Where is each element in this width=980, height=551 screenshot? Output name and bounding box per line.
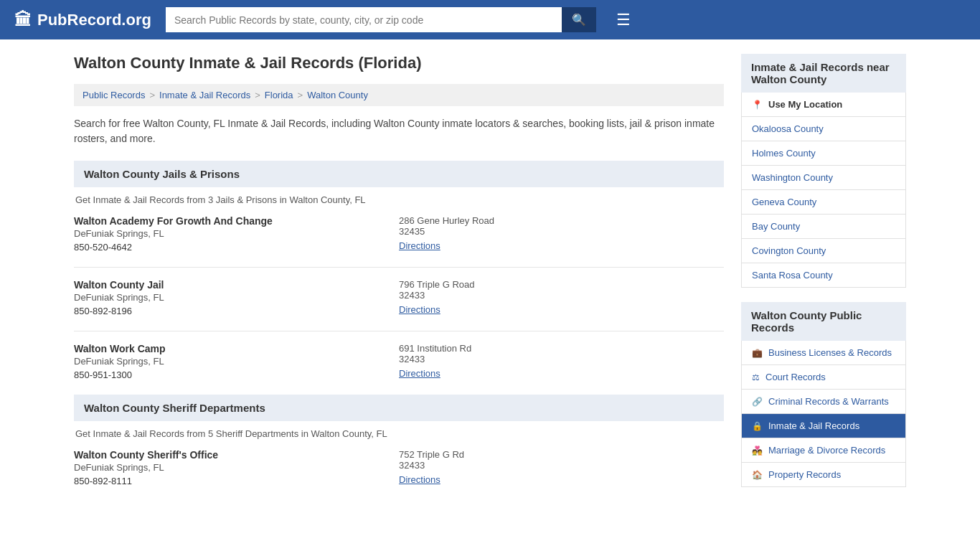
logo[interactable]: 🏛 PubRecord.org bbox=[14, 10, 151, 30]
property-icon bbox=[752, 469, 763, 480]
facility-1-street: 286 Gene Hurley Road bbox=[399, 215, 724, 226]
main-container: Walton County Inmate & Jail Records (Flo… bbox=[60, 39, 920, 516]
site-header: 🏛 PubRecord.org 🔍 ☰ bbox=[0, 0, 980, 39]
facility-2-directions[interactable]: Directions bbox=[399, 304, 440, 315]
facility-1: Walton Academy For Growth And Change DeF… bbox=[74, 215, 724, 253]
breadcrumb-sep-1: > bbox=[149, 90, 155, 100]
sheriff-facility-1-phone: 850-892-8111 bbox=[74, 476, 399, 486]
sheriff-facility-1-directions[interactable]: Directions bbox=[399, 474, 440, 485]
jails-section-desc: Get Inmate & Jail Records from 3 Jails &… bbox=[74, 194, 724, 205]
sidebar-county-santa-rosa-label: Santa Rosa County bbox=[752, 270, 833, 281]
sidebar-county-okaloosa-label: Okaloosa County bbox=[752, 123, 824, 134]
sidebar-criminal-label: Criminal Records & Warrants bbox=[768, 396, 889, 407]
sidebar-item-business[interactable]: Business Licenses & Records bbox=[742, 341, 905, 365]
sidebar-inmate-label: Inmate & Jail Records bbox=[768, 420, 859, 431]
facility-3-phone: 850-951-1300 bbox=[74, 369, 399, 380]
search-icon: 🔍 bbox=[572, 14, 586, 26]
breadcrumb-public-records[interactable]: Public Records bbox=[83, 90, 145, 100]
sheriff-facility-1: Walton County Sheriff's Office DeFuniak … bbox=[74, 449, 724, 486]
breadcrumb: Public Records > Inmate & Jail Records >… bbox=[74, 84, 724, 106]
sidebar-county-bay-label: Bay County bbox=[752, 221, 800, 232]
sidebar-item-criminal[interactable]: Criminal Records & Warrants bbox=[742, 390, 905, 414]
sheriff-facility-1-name: Walton County Sheriff's Office bbox=[74, 449, 399, 461]
sidebar-item-holmes[interactable]: Holmes County bbox=[742, 141, 905, 166]
facility-2: Walton County Jail DeFuniak Springs, FL … bbox=[74, 279, 724, 316]
sidebar-marriage-label: Marriage & Divorce Records bbox=[768, 445, 885, 456]
search-button[interactable]: 🔍 bbox=[562, 7, 596, 32]
breadcrumb-sep-3: > bbox=[298, 90, 303, 100]
sidebar-item-okaloosa[interactable]: Okaloosa County bbox=[742, 117, 905, 141]
sidebar-item-property[interactable]: Property Records bbox=[742, 463, 905, 486]
marriage-icon bbox=[752, 445, 763, 456]
search-input[interactable] bbox=[166, 7, 562, 32]
facility-1-name: Walton Academy For Growth And Change bbox=[74, 215, 399, 227]
logo-icon: 🏛 bbox=[14, 10, 32, 30]
facility-3: Walton Work Camp DeFuniak Springs, FL 85… bbox=[74, 343, 724, 380]
briefcase-icon bbox=[752, 347, 763, 358]
facility-2-city: DeFuniak Springs, FL bbox=[74, 292, 399, 303]
lock-icon bbox=[752, 420, 763, 431]
facility-3-street: 691 Institution Rd bbox=[399, 343, 724, 354]
sidebar-county-holmes-label: Holmes County bbox=[752, 148, 816, 159]
facility-3-zip: 32433 bbox=[399, 354, 724, 364]
sidebar-public-records-title: Walton County Public Records bbox=[741, 302, 906, 341]
sheriff-section-header: Walton County Sheriff Departments bbox=[74, 395, 724, 421]
sidebar-use-location[interactable]: Use My Location bbox=[742, 93, 905, 117]
sidebar-court-label: Court Records bbox=[765, 372, 826, 382]
facility-2-street: 796 Triple G Road bbox=[399, 279, 724, 290]
breadcrumb-walton-county[interactable]: Walton County bbox=[307, 90, 368, 100]
breadcrumb-inmate-records[interactable]: Inmate & Jail Records bbox=[159, 90, 250, 100]
sidebar-item-covington[interactable]: Covington County bbox=[742, 239, 905, 263]
sidebar: Inmate & Jail Records near Walton County… bbox=[741, 54, 906, 501]
sidebar-item-court[interactable]: Court Records bbox=[742, 365, 905, 390]
breadcrumb-sep-2: > bbox=[255, 90, 260, 100]
sidebar-property-label: Property Records bbox=[768, 469, 841, 480]
menu-icon: ☰ bbox=[616, 11, 631, 29]
facility-1-city: DeFuniak Springs, FL bbox=[74, 228, 399, 239]
facility-1-directions[interactable]: Directions bbox=[399, 240, 440, 251]
use-location-label: Use My Location bbox=[768, 99, 842, 110]
breadcrumb-florida[interactable]: Florida bbox=[265, 90, 293, 100]
facility-2-name: Walton County Jail bbox=[74, 279, 399, 291]
sidebar-county-geneva-label: Geneva County bbox=[752, 197, 816, 207]
facility-2-zip: 32433 bbox=[399, 290, 724, 301]
menu-button[interactable]: ☰ bbox=[616, 11, 631, 29]
logo-text: PubRecord.org bbox=[37, 11, 151, 29]
sheriff-section-desc: Get Inmate & Jail Records from 5 Sheriff… bbox=[74, 428, 724, 439]
sidebar-business-label: Business Licenses & Records bbox=[768, 347, 892, 358]
facility-1-zip: 32435 bbox=[399, 226, 724, 237]
scales-icon bbox=[752, 372, 760, 382]
sidebar-item-inmate[interactable]: Inmate & Jail Records bbox=[742, 414, 905, 438]
search-bar: 🔍 bbox=[166, 7, 596, 32]
facility-3-directions[interactable]: Directions bbox=[399, 368, 440, 379]
sheriff-facility-1-zip: 32433 bbox=[399, 460, 724, 471]
sidebar-nearby-title: Inmate & Jail Records near Walton County bbox=[741, 54, 906, 93]
page-title: Walton County Inmate & Jail Records (Flo… bbox=[74, 54, 724, 72]
sidebar-item-geneva[interactable]: Geneva County bbox=[742, 190, 905, 215]
sidebar-county-washington-label: Washington County bbox=[752, 172, 833, 183]
sheriff-facility-1-city: DeFuniak Springs, FL bbox=[74, 462, 399, 473]
sidebar-nearby-list: Use My Location Okaloosa County Holmes C… bbox=[741, 93, 906, 288]
sidebar-item-marriage[interactable]: Marriage & Divorce Records bbox=[742, 438, 905, 463]
jails-section-header: Walton County Jails & Prisons bbox=[74, 161, 724, 187]
facility-3-name: Walton Work Camp bbox=[74, 343, 399, 354]
sidebar-county-covington-label: Covington County bbox=[752, 245, 826, 256]
sidebar-public-records-list: Business Licenses & Records Court Record… bbox=[741, 341, 906, 487]
page-description: Search for free Walton County, FL Inmate… bbox=[74, 116, 724, 146]
sidebar-item-santa-rosa[interactable]: Santa Rosa County bbox=[742, 263, 905, 287]
facility-1-phone: 850-520-4642 bbox=[74, 242, 399, 253]
sheriff-facility-1-street: 752 Triple G Rd bbox=[399, 449, 724, 460]
content-area: Walton County Inmate & Jail Records (Flo… bbox=[74, 54, 724, 501]
facility-2-phone: 850-892-8196 bbox=[74, 306, 399, 316]
sidebar-item-bay[interactable]: Bay County bbox=[742, 215, 905, 239]
facility-3-city: DeFuniak Springs, FL bbox=[74, 356, 399, 367]
criminal-icon bbox=[752, 396, 763, 407]
pin-icon bbox=[752, 99, 763, 110]
sidebar-item-washington[interactable]: Washington County bbox=[742, 166, 905, 190]
